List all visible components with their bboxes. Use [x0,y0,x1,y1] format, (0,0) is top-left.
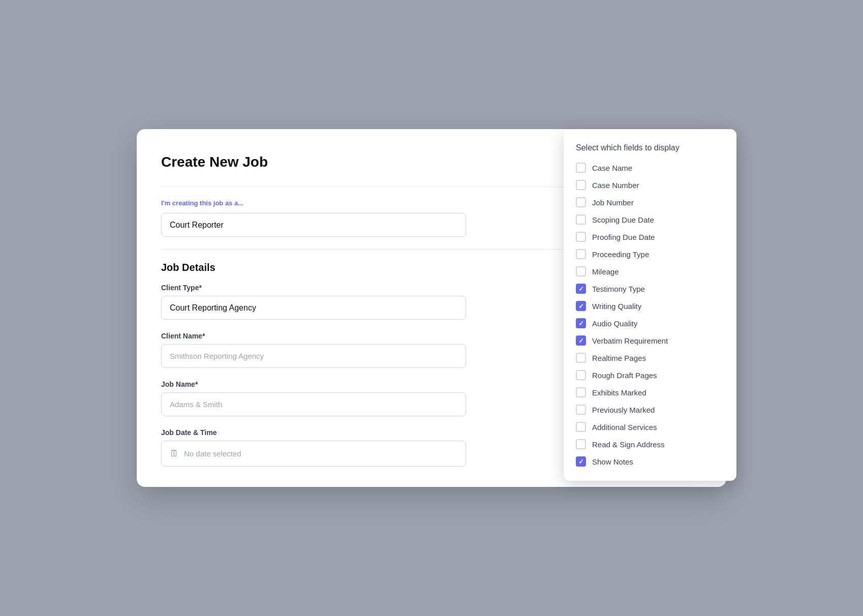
checkbox-writing-quality[interactable] [576,301,586,311]
checkbox-label-job-number: Job Number [592,198,634,207]
checkbox-item-previously-marked[interactable]: Previously Marked [576,405,724,415]
checkbox-testimony-type[interactable] [576,284,586,294]
creator-type-select[interactable]: Court Reporter Agency Attorney [161,213,466,237]
checkbox-label-previously-marked: Previously Marked [592,406,655,414]
modal-wrapper: Create New Job Customize Fields ▾ I'm cr… [137,129,726,487]
calendar-icon: 🗓 [170,448,179,459]
checkbox-item-proofing-due-date[interactable]: Proofing Due Date [576,232,724,242]
checkbox-previously-marked[interactable] [576,405,586,415]
checkbox-item-show-notes[interactable]: Show Notes [576,456,724,467]
fields-checkbox-list: Case NameCase NumberJob NumberScoping Du… [576,163,724,467]
checkbox-item-case-name[interactable]: Case Name [576,163,724,173]
checkbox-item-verbatim-requirement[interactable]: Verbatim Requirement [576,335,724,346]
checkbox-label-writing-quality: Writing Quality [592,302,641,311]
checkbox-item-additional-services[interactable]: Additional Services [576,422,724,432]
checkbox-label-proceeding-type: Proceeding Type [592,250,649,259]
job-date-input-wrapper[interactable]: 🗓 No date selected [161,441,466,467]
checkbox-label-additional-services: Additional Services [592,423,657,432]
checkbox-item-job-number[interactable]: Job Number [576,197,724,207]
checkbox-item-case-number[interactable]: Case Number [576,180,724,190]
checkbox-label-mileage: Mileage [592,267,619,276]
checkbox-label-rough-draft-pages: Rough Draft Pages [592,371,657,380]
checkbox-label-verbatim-requirement: Verbatim Requirement [592,336,668,345]
checkbox-scoping-due-date[interactable] [576,214,586,225]
client-name-input[interactable] [161,344,466,368]
checkbox-item-mileage[interactable]: Mileage [576,266,724,276]
checkbox-item-writing-quality[interactable]: Writing Quality [576,301,724,311]
checkbox-label-case-name: Case Name [592,164,632,172]
checkbox-rough-draft-pages[interactable] [576,370,586,380]
dropdown-panel-title: Select which fields to display [576,143,724,152]
create-job-modal: Create New Job Customize Fields ▾ I'm cr… [137,129,726,487]
checkbox-item-testimony-type[interactable]: Testimony Type [576,284,724,294]
checkbox-case-number[interactable] [576,180,586,190]
checkbox-realtime-pages[interactable] [576,353,586,363]
checkbox-read-sign-address[interactable] [576,439,586,449]
checkbox-verbatim-requirement[interactable] [576,335,586,346]
checkbox-audio-quality[interactable] [576,318,586,328]
checkbox-exhibits-marked[interactable] [576,387,586,397]
checkbox-proceeding-type[interactable] [576,249,586,259]
checkbox-item-read-sign-address[interactable]: Read & Sign Address [576,439,724,449]
checkbox-proofing-due-date[interactable] [576,232,586,242]
checkbox-mileage[interactable] [576,266,586,276]
checkbox-label-show-notes: Show Notes [592,457,633,466]
checkbox-item-realtime-pages[interactable]: Realtime Pages [576,353,724,363]
checkbox-additional-services[interactable] [576,422,586,432]
checkbox-label-read-sign-address: Read & Sign Address [592,440,665,449]
modal-title: Create New Job [161,154,268,170]
checkbox-job-number[interactable] [576,197,586,207]
checkbox-item-audio-quality[interactable]: Audio Quality [576,318,724,328]
checkbox-label-case-number: Case Number [592,181,639,190]
checkbox-label-exhibits-marked: Exhibits Marked [592,388,646,397]
checkbox-label-audio-quality: Audio Quality [592,319,637,328]
checkbox-label-realtime-pages: Realtime Pages [592,354,646,362]
client-type-select[interactable]: Court Reporting Agency Law Firm Individu… [161,296,466,320]
checkbox-item-exhibits-marked[interactable]: Exhibits Marked [576,387,724,397]
job-name-input[interactable] [161,392,466,416]
checkbox-item-rough-draft-pages[interactable]: Rough Draft Pages [576,370,724,380]
checkbox-item-proceeding-type[interactable]: Proceeding Type [576,249,724,259]
customize-fields-dropdown: Select which fields to display Case Name… [564,129,736,481]
checkbox-label-testimony-type: Testimony Type [592,285,645,293]
job-date-placeholder: No date selected [184,449,241,458]
checkbox-label-proofing-due-date: Proofing Due Date [592,233,655,241]
checkbox-item-scoping-due-date[interactable]: Scoping Due Date [576,214,724,225]
checkbox-label-scoping-due-date: Scoping Due Date [592,215,654,224]
checkbox-case-name[interactable] [576,163,586,173]
checkbox-show-notes[interactable] [576,456,586,467]
